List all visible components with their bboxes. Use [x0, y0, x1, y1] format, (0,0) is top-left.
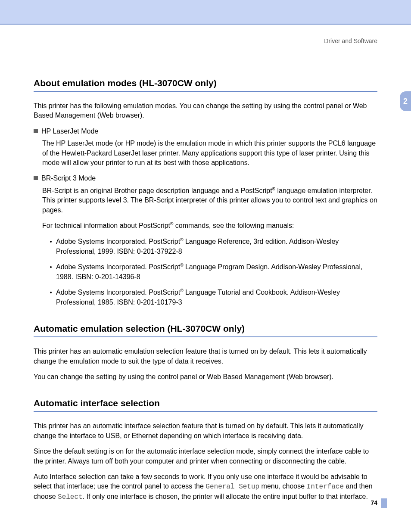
menu-path-general-setup: General Setup [206, 483, 259, 491]
heading-text: Automatic interface selection [34, 398, 160, 408]
heading-subnum: 2 [373, 399, 377, 408]
square-bullet-icon [34, 129, 38, 133]
text-fragment: Adobe Systems Incorporated. PostScript [56, 263, 180, 271]
heading-text: About emulation modes (HL-3070CW only) [34, 78, 217, 88]
brscript-body: BR-Script is an original Brother page de… [42, 186, 377, 215]
section-title-emulation-modes: About emulation modes (HL-3070CW only) 2 [34, 78, 377, 92]
registered-mark: ® [180, 263, 183, 268]
running-header: Driver and Software [0, 25, 411, 44]
square-bullet-icon [34, 176, 38, 180]
list-item: Adobe Systems Incorporated. PostScript® … [50, 288, 377, 307]
text-fragment: commands, see the following manuals: [173, 222, 294, 230]
reference-text: Adobe Systems Incorporated. PostScript® … [56, 288, 377, 307]
page-number-bar [381, 498, 387, 508]
section2-p2: You can change the setting by using the … [34, 372, 377, 382]
dot-bullet-icon [50, 241, 52, 243]
section-title-auto-interface: Automatic interface selection 2 [34, 398, 377, 412]
section1-intro: This printer has the following emulation… [34, 101, 377, 121]
hp-mode-body: The HP LaserJet mode (or HP mode) is the… [42, 139, 377, 168]
brscript-tech: For technical information about PostScri… [42, 221, 377, 231]
heading-text: Automatic emulation selection (HL-3070CW… [34, 324, 245, 333]
text-fragment: Adobe Systems Incorporated. PostScript [56, 238, 180, 245]
bullet-hp-mode: HP LaserJet Mode [34, 127, 377, 136]
section-title-auto-emulation: Automatic emulation selection (HL-3070CW… [34, 324, 377, 337]
chapter-tab: 2 [400, 91, 411, 111]
section3-p3: Auto Interface selection can take a few … [34, 472, 377, 502]
menu-path-interface: Interface [307, 483, 344, 491]
section3-p1: This printer has an automatic interface … [34, 421, 377, 441]
page-number: 74 [371, 499, 377, 506]
text-fragment: Adobe Systems Incorporated. PostScript [56, 289, 180, 296]
registered-mark: ® [180, 288, 183, 293]
menu-path-select: Select [58, 493, 83, 501]
dot-bullet-icon [50, 266, 52, 268]
list-item: Adobe Systems Incorporated. PostScript® … [50, 262, 377, 282]
heading-subnum: 2 [373, 325, 377, 334]
bullet-label: BR-Script 3 Mode [41, 174, 96, 183]
top-bar [0, 0, 411, 25]
list-item: Adobe Systems Incorporated. PostScript® … [50, 237, 377, 256]
text-fragment: . If only one interface is chosen, the p… [83, 493, 368, 500]
text-fragment: BR-Script is an original Brother page de… [42, 187, 272, 194]
page-content: About emulation modes (HL-3070CW only) 2… [0, 44, 411, 502]
dot-bullet-icon [50, 292, 52, 293]
text-fragment: menu, choose [259, 482, 306, 490]
reference-list: Adobe Systems Incorporated. PostScript® … [50, 237, 377, 307]
heading-subnum: 2 [373, 79, 377, 88]
section3-p2: Since the default setting is on for the … [34, 447, 377, 466]
registered-mark: ® [180, 237, 183, 242]
reference-text: Adobe Systems Incorporated. PostScript® … [56, 237, 377, 256]
section2-p1: This printer has an automatic emulation … [34, 347, 377, 366]
reference-text: Adobe Systems Incorporated. PostScript® … [56, 262, 377, 282]
registered-mark: ® [272, 187, 275, 191]
text-fragment: For technical information about PostScri… [42, 222, 170, 230]
bullet-brscript-mode: BR-Script 3 Mode [34, 174, 377, 183]
bullet-label: HP LaserJet Mode [41, 127, 98, 136]
